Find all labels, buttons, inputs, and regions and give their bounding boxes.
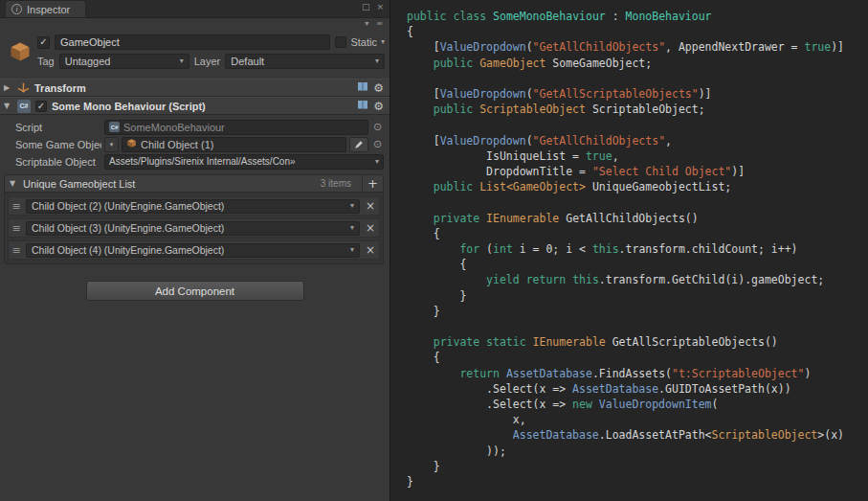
- gameobject-name: GameObject: [60, 36, 120, 48]
- code-line: [407, 117, 868, 132]
- unique-gameobject-list: ▼ Unique Gameobject List 3 items + ≡Chil…: [4, 174, 384, 264]
- gear-icon[interactable]: ⚙: [373, 100, 384, 113]
- close-window-icon[interactable]: ×: [376, 3, 384, 11]
- dropdown-arrow-icon: ▾: [350, 224, 354, 232]
- list-item-label: Child Object (3) (UnityEngine.GameObject…: [32, 222, 224, 234]
- drag-handle-icon[interactable]: ≡: [11, 201, 22, 212]
- inspector-panel: i Inspector □ × ▾ ≡ ✓: [0, 0, 390, 501]
- window-controls: □ ×: [362, 0, 389, 11]
- dropdown-arrow-icon: ▾: [350, 246, 354, 254]
- mono-behaviour-title: Some Mono Behaviour (Script): [52, 101, 206, 112]
- tag-label: Tag: [37, 56, 55, 67]
- list-item-dropdown[interactable]: Child Object (3) (UnityEngine.GameObject…: [26, 221, 360, 236]
- check-icon: ✓: [39, 37, 47, 47]
- list-item: ≡Child Object (2) (UnityEngine.GameObjec…: [8, 196, 380, 216]
- tab-inspector[interactable]: i Inspector: [5, 0, 86, 17]
- script-row: Script C# SomeMonoBehaviour ⊙: [4, 119, 384, 135]
- transform-header[interactable]: ▶ Transform ⚙: [0, 79, 389, 97]
- edit-pencil-button[interactable]: [349, 137, 368, 152]
- static-dropdown-icon[interactable]: ▾: [381, 38, 385, 46]
- foldout-open-icon[interactable]: ▼: [10, 179, 18, 188]
- foldout-open-icon[interactable]: ▼: [4, 102, 12, 110]
- scriptable-object-row: Scriptable Object Assets/Plugins/Sirenix…: [4, 153, 384, 170]
- gameobject-cube-icon[interactable]: [5, 33, 35, 71]
- value-dropdown-toggle-icon[interactable]: ▾: [104, 137, 119, 152]
- list-item-label: Child Object (4) (UnityEngine.GameObject…: [32, 244, 224, 256]
- tag-dropdown[interactable]: Untagged ▾: [59, 54, 189, 69]
- transform-icon: [17, 80, 30, 95]
- code-line: .Select(x => AssetDatabase.GUIDToAssetPa…: [407, 381, 868, 397]
- some-game-object-field[interactable]: Child Object (1): [122, 137, 346, 152]
- code-line: [ValueDropdown("GetAllChildObjects", App…: [407, 39, 868, 55]
- code-line: AssetDatabase.LoadAssetAtPath<Scriptable…: [407, 427, 868, 443]
- code-line: for (int i = 0; i < this.transform.child…: [407, 241, 868, 257]
- code-line: DropdownTitle = "Select Child Object")]: [407, 164, 868, 179]
- add-component-button[interactable]: Add Component: [86, 281, 304, 301]
- pane-dropdown-icon[interactable]: ▾: [365, 20, 368, 28]
- code-line: [ValueDropdown("GetAllScriptableObjects"…: [407, 86, 868, 102]
- layer-label: Layer: [194, 56, 221, 67]
- pane-menu-icon[interactable]: ≡: [376, 20, 383, 28]
- tab-label: Inspector: [27, 4, 70, 15]
- active-checkbox[interactable]: ✓: [37, 36, 50, 49]
- script-label: Script: [4, 122, 101, 133]
- code-block: public class SomeMonoBehaviour : MonoBeh…: [407, 9, 868, 490]
- gameobject-name-field[interactable]: GameObject: [55, 34, 330, 50]
- code-line: return AssetDatabase.FindAssets("t:Scrip…: [407, 366, 868, 381]
- gear-icon[interactable]: ⚙: [373, 81, 384, 95]
- dropdown-arrow-icon: ▾: [375, 158, 379, 166]
- tag-layer-row: Tag Untagged ▾ Layer Default ▾: [37, 52, 385, 71]
- remove-item-button[interactable]: ×: [364, 199, 377, 213]
- object-picker-icon[interactable]: ⊙: [371, 139, 384, 149]
- scriptable-object-label: Scriptable Object: [4, 156, 101, 168]
- list-item-dropdown[interactable]: Child Object (2) (UnityEngine.GameObject…: [26, 199, 360, 214]
- code-line: x,: [407, 412, 868, 427]
- remove-item-button[interactable]: ×: [364, 243, 377, 257]
- transform-title: Transform: [34, 82, 86, 94]
- mono-behaviour-header[interactable]: ▼ C# ✓ Some Mono Behaviour (Script) ⚙: [0, 97, 389, 115]
- remove-item-button[interactable]: ×: [364, 221, 377, 235]
- layer-value: Default: [231, 56, 264, 67]
- help-book-icon[interactable]: [357, 100, 368, 112]
- pencil-icon: [354, 140, 364, 149]
- script-doc-icon: C#: [109, 122, 120, 132]
- script-field[interactable]: C# SomeMonoBehaviour: [104, 120, 368, 135]
- object-picker-icon[interactable]: ⊙: [371, 122, 384, 132]
- code-line: }: [407, 474, 868, 490]
- some-game-object-value: Child Object (1): [141, 139, 213, 150]
- restore-window-icon[interactable]: □: [362, 3, 370, 11]
- csharp-script-icon: C#: [17, 100, 31, 113]
- dropdown-arrow-icon: ▾: [350, 202, 354, 210]
- code-line: [407, 71, 868, 86]
- code-line: yield return this.transform.GetChild(i).…: [407, 272, 868, 287]
- code-line: .Select(x => new ValueDropdownItem(: [407, 397, 868, 412]
- drag-handle-icon[interactable]: ≡: [11, 223, 22, 234]
- list-count: 3 items: [321, 178, 357, 189]
- code-line: private IEnumerable GetAllChildObjects(): [407, 211, 868, 226]
- code-panel: public class SomeMonoBehaviour : MonoBeh…: [391, 0, 868, 501]
- code-line: {: [407, 24, 868, 39]
- add-item-button[interactable]: +: [362, 175, 383, 193]
- list-item: ≡Child Object (3) (UnityEngine.GameObjec…: [8, 218, 380, 238]
- code-line: public List<GameObject> UniqueGameobject…: [407, 179, 868, 194]
- layer-dropdown[interactable]: Default ▾: [225, 54, 385, 69]
- static-control: Static ▾: [335, 36, 385, 48]
- unique-list-header[interactable]: ▼ Unique Gameobject List 3 items +: [5, 175, 383, 193]
- code-line: [407, 194, 868, 210]
- code-line: public ScriptableObject ScriptableObject…: [407, 102, 868, 117]
- help-book-icon[interactable]: [357, 81, 368, 94]
- unique-list-body: ≡Child Object (2) (UnityEngine.GameObjec…: [5, 193, 383, 263]
- dropdown-arrow-icon: ▾: [375, 57, 379, 65]
- check-icon: ✓: [37, 102, 45, 111]
- static-label: Static: [350, 36, 377, 48]
- code-line: {: [407, 226, 868, 241]
- list-item: ≡Child Object (4) (UnityEngine.GameObjec…: [8, 240, 380, 260]
- static-checkbox[interactable]: [335, 36, 346, 48]
- scriptable-object-dropdown[interactable]: Assets/Plugins/Sirenix Internal/Assets/C…: [104, 154, 384, 170]
- drag-handle-icon[interactable]: ≡: [11, 245, 22, 256]
- list-item-dropdown[interactable]: Child Object (4) (UnityEngine.GameObject…: [26, 243, 360, 258]
- foldout-closed-icon[interactable]: ▶: [4, 83, 12, 92]
- dropdown-arrow-icon: ▾: [180, 57, 184, 65]
- component-enabled-checkbox[interactable]: ✓: [35, 101, 47, 112]
- code-line: public class SomeMonoBehaviour : MonoBeh…: [407, 9, 868, 24]
